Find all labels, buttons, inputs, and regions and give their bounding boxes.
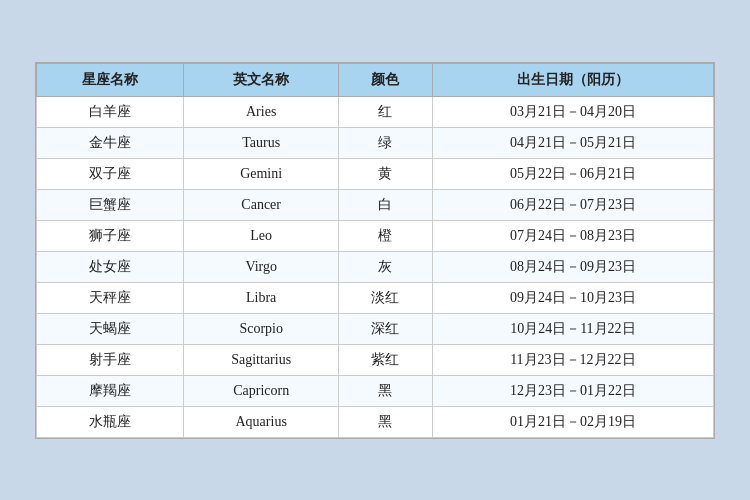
cell-color: 灰 <box>339 251 433 282</box>
table-row: 天蝎座Scorpio深红10月24日－11月22日 <box>37 313 714 344</box>
cell-chinese: 金牛座 <box>37 127 184 158</box>
cell-color: 深红 <box>339 313 433 344</box>
header-chinese-name: 星座名称 <box>37 63 184 96</box>
cell-english: Capricorn <box>184 375 339 406</box>
cell-date: 09月24日－10月23日 <box>432 282 713 313</box>
cell-chinese: 摩羯座 <box>37 375 184 406</box>
table-row: 白羊座Aries红03月21日－04月20日 <box>37 96 714 127</box>
cell-color: 白 <box>339 189 433 220</box>
header-date: 出生日期（阳历） <box>432 63 713 96</box>
table-row: 金牛座Taurus绿04月21日－05月21日 <box>37 127 714 158</box>
cell-color: 黑 <box>339 375 433 406</box>
zodiac-table: 星座名称 英文名称 颜色 出生日期（阳历） 白羊座Aries红03月21日－04… <box>36 63 714 438</box>
cell-date: 01月21日－02月19日 <box>432 406 713 437</box>
cell-chinese: 天蝎座 <box>37 313 184 344</box>
table-row: 狮子座Leo橙07月24日－08月23日 <box>37 220 714 251</box>
zodiac-table-container: 星座名称 英文名称 颜色 出生日期（阳历） 白羊座Aries红03月21日－04… <box>35 62 715 439</box>
table-body: 白羊座Aries红03月21日－04月20日金牛座Taurus绿04月21日－0… <box>37 96 714 437</box>
table-row: 巨蟹座Cancer白06月22日－07月23日 <box>37 189 714 220</box>
cell-color: 紫红 <box>339 344 433 375</box>
cell-color: 淡红 <box>339 282 433 313</box>
table-row: 天秤座Libra淡红09月24日－10月23日 <box>37 282 714 313</box>
cell-chinese: 水瓶座 <box>37 406 184 437</box>
cell-chinese: 处女座 <box>37 251 184 282</box>
cell-color: 红 <box>339 96 433 127</box>
header-color: 颜色 <box>339 63 433 96</box>
cell-date: 06月22日－07月23日 <box>432 189 713 220</box>
cell-english: Leo <box>184 220 339 251</box>
table-header-row: 星座名称 英文名称 颜色 出生日期（阳历） <box>37 63 714 96</box>
cell-date: 11月23日－12月22日 <box>432 344 713 375</box>
cell-date: 07月24日－08月23日 <box>432 220 713 251</box>
cell-chinese: 双子座 <box>37 158 184 189</box>
cell-english: Aries <box>184 96 339 127</box>
cell-date: 12月23日－01月22日 <box>432 375 713 406</box>
cell-color: 黑 <box>339 406 433 437</box>
cell-color: 橙 <box>339 220 433 251</box>
table-row: 双子座Gemini黄05月22日－06月21日 <box>37 158 714 189</box>
table-row: 处女座Virgo灰08月24日－09月23日 <box>37 251 714 282</box>
cell-english: Aquarius <box>184 406 339 437</box>
cell-english: Virgo <box>184 251 339 282</box>
cell-chinese: 射手座 <box>37 344 184 375</box>
cell-chinese: 白羊座 <box>37 96 184 127</box>
cell-english: Taurus <box>184 127 339 158</box>
cell-english: Sagittarius <box>184 344 339 375</box>
cell-color: 黄 <box>339 158 433 189</box>
cell-date: 04月21日－05月21日 <box>432 127 713 158</box>
cell-english: Libra <box>184 282 339 313</box>
cell-english: Cancer <box>184 189 339 220</box>
cell-chinese: 狮子座 <box>37 220 184 251</box>
cell-chinese: 天秤座 <box>37 282 184 313</box>
cell-english: Scorpio <box>184 313 339 344</box>
table-row: 水瓶座Aquarius黑01月21日－02月19日 <box>37 406 714 437</box>
cell-date: 03月21日－04月20日 <box>432 96 713 127</box>
cell-color: 绿 <box>339 127 433 158</box>
header-english-name: 英文名称 <box>184 63 339 96</box>
cell-date: 10月24日－11月22日 <box>432 313 713 344</box>
table-row: 射手座Sagittarius紫红11月23日－12月22日 <box>37 344 714 375</box>
cell-chinese: 巨蟹座 <box>37 189 184 220</box>
table-row: 摩羯座Capricorn黑12月23日－01月22日 <box>37 375 714 406</box>
cell-date: 05月22日－06月21日 <box>432 158 713 189</box>
cell-english: Gemini <box>184 158 339 189</box>
cell-date: 08月24日－09月23日 <box>432 251 713 282</box>
